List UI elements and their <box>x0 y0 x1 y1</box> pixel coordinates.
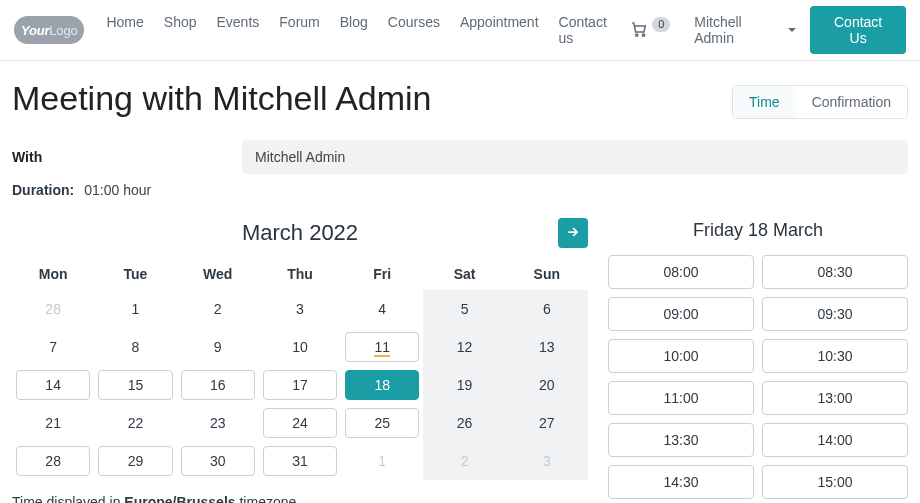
calendar-day[interactable]: 24 <box>263 408 337 438</box>
calendar-day: 5 <box>427 294 501 324</box>
arrow-right-icon <box>566 225 580 242</box>
caret-down-icon <box>788 28 796 32</box>
nav-contactus[interactable]: Contact us <box>557 8 617 52</box>
calendar-day: 21 <box>16 408 90 438</box>
tz-zone: Europe/Brussels <box>124 494 235 503</box>
cart-button[interactable]: 0 <box>630 20 670 41</box>
calendar-day: 27 <box>510 408 584 438</box>
tz-prefix: Time displayed in <box>12 494 124 503</box>
time-slot[interactable]: 10:30 <box>762 339 908 373</box>
time-slots-grid: 08:0008:3009:0009:3010:0010:3011:0013:00… <box>608 255 908 503</box>
calendar-day[interactable]: 25 <box>345 408 419 438</box>
step-indicator: Time Confirmation <box>732 85 908 119</box>
duration-label: Duration: <box>12 182 74 198</box>
time-slot[interactable]: 15:00 <box>762 465 908 499</box>
calendar-day[interactable]: 14 <box>16 370 90 400</box>
top-nav: YourLogo HomeShopEventsForumBlogCoursesA… <box>0 0 920 61</box>
time-slot[interactable]: 11:00 <box>608 381 754 415</box>
step-time[interactable]: Time <box>733 86 796 118</box>
logo-your: Your <box>21 23 49 38</box>
calendar-day: 2 <box>427 446 501 476</box>
calendar-day: 6 <box>510 294 584 324</box>
time-slot[interactable]: 13:30 <box>608 423 754 457</box>
tz-suffix: timezone <box>236 494 297 503</box>
step-confirmation[interactable]: Confirmation <box>796 86 907 118</box>
logo-logo: Logo <box>49 23 77 38</box>
calendar-day[interactable]: 29 <box>98 446 172 476</box>
calendar-day: 26 <box>427 408 501 438</box>
calendar-day[interactable]: 31 <box>263 446 337 476</box>
page-title: Meeting with Mitchell Admin <box>12 79 732 118</box>
calendar-dow: Tue <box>94 258 176 290</box>
svg-point-1 <box>643 33 645 35</box>
logo[interactable]: YourLogo <box>14 16 84 44</box>
time-slot[interactable]: 09:00 <box>608 297 754 331</box>
user-name: Mitchell Admin <box>694 14 782 46</box>
calendar-day[interactable]: 16 <box>181 370 255 400</box>
nav-events[interactable]: Events <box>215 8 262 52</box>
calendar-dow: Mon <box>12 258 94 290</box>
calendar-day: 20 <box>510 370 584 400</box>
calendar-day[interactable]: 15 <box>98 370 172 400</box>
calendar-day[interactable]: 17 <box>263 370 337 400</box>
calendar-day: 22 <box>98 408 172 438</box>
nav-courses[interactable]: Courses <box>386 8 442 52</box>
timezone-note: Time displayed in Europe/Brussels timezo… <box>12 494 588 503</box>
calendar-day[interactable]: 11 <box>345 332 419 362</box>
nav-shop[interactable]: Shop <box>162 8 199 52</box>
calendar-day: 2 <box>181 294 255 324</box>
calendar-dow: Wed <box>177 258 259 290</box>
with-value: Mitchell Admin <box>242 140 908 174</box>
nav-forum[interactable]: Forum <box>277 8 321 52</box>
calendar-day: 10 <box>263 332 337 362</box>
calendar-day: 9 <box>181 332 255 362</box>
calendar-table: MonTueWedThuFriSatSun 281234567891011121… <box>12 258 588 480</box>
time-slot[interactable]: 09:30 <box>762 297 908 331</box>
user-menu[interactable]: Mitchell Admin <box>694 14 796 46</box>
time-slot[interactable]: 13:00 <box>762 381 908 415</box>
calendar-day: 8 <box>98 332 172 362</box>
times-title: Friday 18 March <box>608 220 908 241</box>
time-slot[interactable]: 08:00 <box>608 255 754 289</box>
calendar-day: 13 <box>510 332 584 362</box>
calendar-dow: Sat <box>423 258 505 290</box>
calendar-day: 7 <box>16 332 90 362</box>
calendar-day: 1 <box>345 446 419 476</box>
calendar-body: 2812345678910111213141516171819202122232… <box>12 290 588 480</box>
calendar-day: 4 <box>345 294 419 324</box>
calendar-day: 3 <box>263 294 337 324</box>
cart-icon <box>630 20 648 41</box>
calendar-day: 19 <box>427 370 501 400</box>
svg-point-0 <box>636 33 638 35</box>
calendar-day: 28 <box>16 294 90 324</box>
calendar-dow-row: MonTueWedThuFriSatSun <box>12 258 588 290</box>
calendar-day[interactable]: 28 <box>16 446 90 476</box>
main-nav: HomeShopEventsForumBlogCoursesAppointmen… <box>104 8 616 52</box>
calendar-next-button[interactable] <box>558 218 588 248</box>
calendar-dow: Sun <box>506 258 588 290</box>
calendar-dow: Thu <box>259 258 341 290</box>
duration-value: 01:00 hour <box>74 182 151 198</box>
contact-us-button[interactable]: Contact Us <box>810 6 906 54</box>
times-panel: Friday 18 March 08:0008:3009:0009:3010:0… <box>608 220 908 503</box>
calendar-day[interactable]: 30 <box>181 446 255 476</box>
with-label: With <box>12 149 242 165</box>
calendar-day: 1 <box>98 294 172 324</box>
time-slot[interactable]: 10:00 <box>608 339 754 373</box>
time-slot[interactable]: 14:00 <box>762 423 908 457</box>
calendar-dow: Fri <box>341 258 423 290</box>
time-slot[interactable]: 14:30 <box>608 465 754 499</box>
calendar-day[interactable]: 18 <box>345 370 419 400</box>
cart-count-badge: 0 <box>652 17 670 32</box>
nav-home[interactable]: Home <box>104 8 145 52</box>
calendar-day: 3 <box>510 446 584 476</box>
calendar-title: March 2022 <box>242 220 358 246</box>
nav-appointment[interactable]: Appointment <box>458 8 541 52</box>
calendar-day: 23 <box>181 408 255 438</box>
time-slot[interactable]: 08:30 <box>762 255 908 289</box>
nav-blog[interactable]: Blog <box>338 8 370 52</box>
calendar-day: 12 <box>427 332 501 362</box>
calendar: March 2022 MonTueWedThuFriSatSun 2812345… <box>12 220 588 503</box>
